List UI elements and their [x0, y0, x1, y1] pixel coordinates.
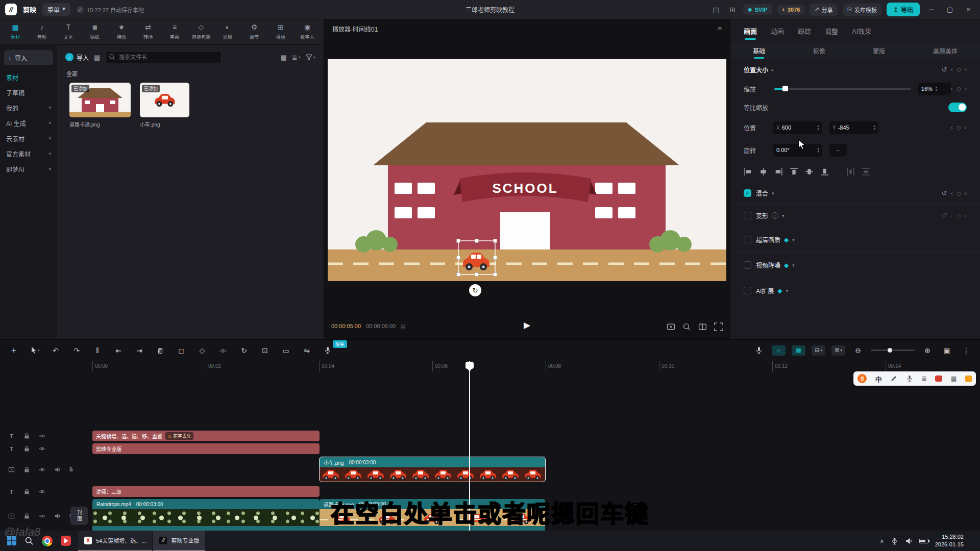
- preview-axis-toggle[interactable]: ▦: [792, 345, 805, 356]
- skin-icon[interactable]: [965, 375, 972, 382]
- video-clip-car[interactable]: 小车.png 00:00:03:00: [320, 457, 545, 482]
- taskbar-window-lesson[interactable]: X 54关键帧增、选、...: [78, 531, 152, 551]
- ribbon-tab-adjust[interactable]: ⚙调节: [241, 23, 267, 40]
- ai-expand-checkbox[interactable]: [744, 287, 751, 294]
- warp-checkbox[interactable]: [744, 212, 751, 219]
- taskbar-clock[interactable]: 15:28:02 2026-01-15: [935, 533, 964, 548]
- sogou-logo-icon[interactable]: S: [857, 374, 867, 383]
- uniform-scale-toggle[interactable]: [948, 103, 967, 112]
- publish-template-button[interactable]: ⊡ 发布模板: [843, 4, 881, 16]
- voiceover-button[interactable]: [752, 346, 766, 355]
- reverse-button[interactable]: ⇋: [300, 346, 313, 355]
- preview-canvas[interactable]: SCHOOL: [328, 59, 726, 281]
- rotate-button[interactable]: ↻: [237, 346, 251, 355]
- lock-icon[interactable]: [23, 488, 30, 495]
- track-options-toggle[interactable]: ≣▾: [831, 345, 845, 356]
- reset-icon[interactable]: ↺: [942, 212, 947, 219]
- trim-left-button[interactable]: ⇤: [112, 346, 125, 355]
- slider-handle[interactable]: [888, 348, 892, 353]
- blend-checkbox[interactable]: ✓: [744, 189, 751, 197]
- pen-icon[interactable]: [890, 375, 897, 382]
- sidebar-item-official[interactable]: 官方素材▾: [0, 146, 57, 161]
- zoom-in-button[interactable]: ⊕: [921, 346, 934, 355]
- keyframe-icon[interactable]: ◇: [957, 85, 961, 92]
- mask-button[interactable]: ◻: [175, 346, 188, 355]
- battery-icon[interactable]: [919, 539, 928, 543]
- search-input[interactable]: [105, 51, 222, 63]
- speaker-icon[interactable]: [54, 466, 61, 473]
- reset-icon[interactable]: ↺: [942, 66, 947, 73]
- keyframe-next-icon[interactable]: ›: [965, 66, 967, 73]
- quality-icon[interactable]: [667, 322, 675, 331]
- tab-picture[interactable]: 画面: [744, 26, 757, 36]
- ribbon-tab-captions[interactable]: ≡字幕: [161, 23, 188, 40]
- align-left-icon[interactable]: [744, 167, 752, 176]
- ribbon-tab-filters[interactable]: ◐滤镜: [214, 23, 241, 40]
- chevron-down-icon[interactable]: ▾: [786, 288, 789, 293]
- subtab-beauty[interactable]: 美颜美体: [933, 46, 958, 55]
- playhead-handle[interactable]: [465, 362, 474, 369]
- media-item-car[interactable]: 已添加 小车.png: [140, 83, 189, 128]
- select-tool-button[interactable]: ▾: [28, 346, 41, 355]
- ribbon-tab-material[interactable]: ▦素材: [2, 23, 29, 40]
- maximize-button[interactable]: ▢: [943, 6, 957, 13]
- taskbar-window-capcut[interactable]: // 剪映专业版: [153, 531, 205, 551]
- player-menu-icon[interactable]: ≡: [718, 24, 722, 33]
- svip-badge[interactable]: ◆ SVIP: [743, 4, 772, 15]
- media-item-road[interactable]: 已添加 道路卡通.png: [69, 83, 131, 128]
- lock-icon[interactable]: [23, 445, 30, 452]
- subtab-cutout[interactable]: 抠像: [813, 46, 825, 55]
- filter-button[interactable]: ▾: [306, 54, 315, 61]
- record-voiceover-button[interactable]: [321, 346, 334, 355]
- import-media-button[interactable]: ↓ 导入: [65, 53, 89, 62]
- position-y-box[interactable]: Y -845 ▴▾: [829, 121, 878, 134]
- sidebar-item-dreamina[interactable]: 即梦AI▾: [0, 161, 57, 177]
- lock-icon[interactable]: [23, 433, 30, 439]
- menu-button[interactable]: 菜单 ▾: [42, 3, 70, 16]
- more-options-button[interactable]: ⋮: [960, 346, 973, 355]
- keyframe-icon[interactable]: ◇: [957, 190, 961, 197]
- eye-icon[interactable]: [39, 488, 45, 495]
- keyframe-prev-icon[interactable]: ‹: [951, 85, 953, 92]
- ribbon-tab-smart-pack[interactable]: ◇智能包装: [188, 23, 214, 40]
- ribbon-tab-effects[interactable]: ★特效: [108, 23, 135, 40]
- grid-icon[interactable]: ▦: [951, 375, 957, 382]
- microphone-icon[interactable]: [906, 375, 913, 382]
- ribbon-tab-templates[interactable]: ⊞模板: [267, 23, 294, 40]
- scale-slider[interactable]: [774, 88, 911, 90]
- timeline-ruler[interactable]: 00:00 00:02 00:04 00:06 00:08 00:10 00:1…: [0, 361, 980, 371]
- keyframe-icon[interactable]: ◇: [957, 124, 961, 131]
- eye-icon[interactable]: [39, 445, 45, 452]
- align-bottom-icon[interactable]: [820, 167, 829, 176]
- sidebar-item-cloud[interactable]: 云素材▾: [0, 131, 57, 146]
- keyframe-icon[interactable]: ◇: [957, 66, 961, 73]
- ribbon-tab-sticker[interactable]: ◙贴纸: [82, 23, 108, 40]
- toolbox-icon[interactable]: [935, 375, 942, 382]
- chevron-down-icon[interactable]: ▾: [792, 263, 795, 268]
- fit-timeline-button[interactable]: ▣: [940, 346, 953, 355]
- stepper[interactable]: ▴▾: [936, 86, 938, 92]
- keyframe-button[interactable]: ◇: [195, 346, 209, 355]
- ratio-icon[interactable]: [698, 322, 707, 331]
- keyframe-prev-icon[interactable]: ‹: [951, 66, 953, 73]
- tab-animation[interactable]: 动画: [771, 26, 784, 36]
- ribbon-tab-avatar[interactable]: ◉数字人: [294, 23, 321, 40]
- position-x-box[interactable]: X 600 ▴▾: [773, 121, 822, 134]
- distribute-h-icon[interactable]: [846, 167, 855, 176]
- align-middle-v-icon[interactable]: [805, 167, 814, 176]
- stepper[interactable]: ▴▾: [873, 124, 875, 131]
- stepper[interactable]: ▴▾: [817, 147, 819, 153]
- coins-badge[interactable]: + 3076: [777, 5, 805, 15]
- tray-expand-icon[interactable]: ∧: [880, 538, 884, 544]
- fullscreen-icon[interactable]: [714, 322, 723, 331]
- frames-view-icon[interactable]: ▤: [401, 323, 405, 329]
- tab-ai-effects[interactable]: AI效果: [852, 26, 871, 36]
- subtab-mask[interactable]: 蒙版: [873, 46, 885, 55]
- solo-badge[interactable]: S: [69, 467, 73, 472]
- close-button[interactable]: ×: [962, 6, 975, 13]
- section-position-size[interactable]: 位置大小 ▴: [744, 65, 773, 74]
- mirror-button[interactable]: ◁▷: [216, 348, 230, 353]
- eye-icon[interactable]: [39, 433, 45, 439]
- ime-mode-indicator[interactable]: 中: [875, 374, 882, 384]
- sidebar-item-import[interactable]: ↓ 导入: [4, 50, 53, 65]
